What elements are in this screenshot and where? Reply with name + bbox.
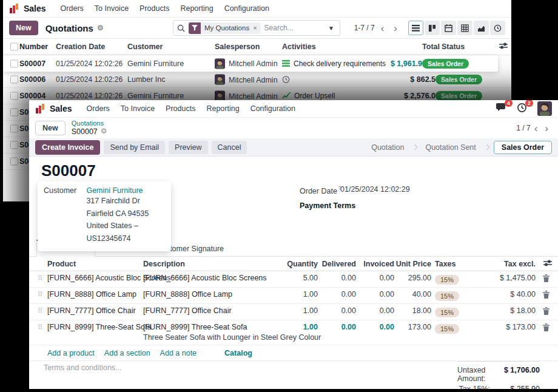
delete-line-icon[interactable] bbox=[543, 274, 550, 284]
line-description[interactable]: [FURN_8888] Office Lamp bbox=[143, 290, 232, 299]
activity-view-icon[interactable] bbox=[490, 21, 505, 35]
app-brand[interactable]: Sales bbox=[9, 4, 46, 14]
search-input[interactable]: My Quotations × Search... ▼ bbox=[173, 20, 340, 36]
line-delivered[interactable]: 0.00 bbox=[341, 274, 356, 282]
line-qty[interactable]: 1.00 bbox=[303, 306, 318, 315]
menu-configuration[interactable]: Configuration bbox=[224, 4, 269, 13]
order-line-row[interactable]: ⠿ [FURN_8999] Three-Seat Sofa [FURN_8999… bbox=[29, 320, 558, 345]
menu-to-invoice[interactable]: To Invoice bbox=[121, 104, 155, 113]
line-description[interactable]: [FURN_6666] Acoustic Bloc Screens bbox=[143, 274, 267, 282]
gear-icon[interactable]: ⚙ bbox=[101, 127, 107, 136]
terms-placeholder[interactable]: Terms and conditions... bbox=[44, 363, 122, 372]
col-total[interactable]: Total bbox=[422, 42, 440, 51]
line-product[interactable]: [FURN_8888] Office Lamp bbox=[47, 290, 136, 299]
col-product[interactable]: Product bbox=[47, 260, 76, 268]
drag-handle-icon[interactable]: ⠿ bbox=[38, 274, 42, 282]
menu-reporting[interactable]: Reporting bbox=[206, 104, 239, 113]
row-checkbox[interactable] bbox=[10, 158, 18, 166]
breadcrumb-parent[interactable]: Quotations bbox=[72, 120, 107, 127]
catalog-link[interactable]: Catalog bbox=[224, 349, 252, 357]
create-invoice-button[interactable]: Create Invoice bbox=[35, 140, 100, 155]
col-taxes[interactable]: Taxes bbox=[435, 260, 456, 268]
cancel-button[interactable]: Cancel bbox=[212, 141, 247, 154]
line-invoiced[interactable]: 0.00 bbox=[380, 274, 394, 282]
order-line-row[interactable]: ⠿ [FURN_8888] Office Lamp [FURN_8888] Of… bbox=[29, 288, 558, 304]
line-description-2[interactable]: Three Seater Sofa with Lounger in Steel … bbox=[143, 333, 321, 342]
graph-view-icon[interactable] bbox=[474, 21, 489, 35]
drag-handle-icon[interactable]: ⠿ bbox=[38, 307, 42, 315]
line-invoiced[interactable]: 0.00 bbox=[380, 306, 394, 315]
row-activity[interactable] bbox=[282, 76, 290, 84]
order-line-row[interactable]: ⠿ [FURN_7777] Office Chair [FURN_7777] O… bbox=[29, 304, 558, 320]
col-activities[interactable]: Activities bbox=[282, 42, 316, 51]
drag-handle-icon[interactable]: ⠿ bbox=[38, 323, 42, 331]
menu-orders[interactable]: Orders bbox=[87, 104, 110, 113]
menu-reporting[interactable]: Reporting bbox=[180, 4, 213, 13]
row-checkbox[interactable] bbox=[10, 59, 18, 67]
menu-orders[interactable]: Orders bbox=[61, 4, 84, 13]
search-dropdown-caret-icon[interactable]: ▼ bbox=[326, 25, 336, 32]
line-qty[interactable]: 1.00 bbox=[303, 323, 318, 331]
optional-columns-icon[interactable] bbox=[499, 42, 508, 52]
line-unit-price[interactable]: 173.00 bbox=[408, 323, 431, 331]
line-delivered[interactable]: 0.00 bbox=[341, 290, 356, 299]
pager-prev-icon[interactable]: ‹ bbox=[377, 23, 388, 33]
row-checkbox[interactable] bbox=[10, 92, 18, 100]
table-row[interactable]: S00007 01/25/2024 12:02:26 Gemini Furnit… bbox=[3, 55, 498, 72]
line-product[interactable]: [FURN_7777] Office Chair bbox=[47, 306, 136, 315]
col-invoiced[interactable]: Invoiced bbox=[363, 260, 394, 268]
col-number[interactable]: Number bbox=[19, 42, 48, 51]
new-button[interactable]: New bbox=[9, 21, 38, 35]
line-qty[interactable]: 5.00 bbox=[303, 274, 318, 282]
menu-to-invoice[interactable]: To Invoice bbox=[95, 4, 129, 13]
row-checkbox[interactable] bbox=[10, 76, 18, 84]
delete-line-icon[interactable] bbox=[543, 323, 550, 333]
line-unit-price[interactable]: 295.00 bbox=[408, 274, 431, 282]
add-note-link[interactable]: Add a note bbox=[160, 349, 197, 357]
pager-next-icon[interactable]: › bbox=[390, 23, 401, 33]
kanban-view-icon[interactable] bbox=[425, 21, 440, 35]
preview-button[interactable]: Preview bbox=[169, 141, 207, 154]
row-checkbox[interactable] bbox=[10, 109, 18, 117]
order-line-row[interactable]: ⠿ [FURN_6666] Acoustic Bloc Screens [FUR… bbox=[29, 271, 558, 288]
col-status[interactable]: Status bbox=[442, 42, 465, 51]
send-by-email-button[interactable]: Send by Email bbox=[104, 141, 165, 154]
menu-products[interactable]: Products bbox=[166, 104, 195, 113]
line-qty[interactable]: 1.00 bbox=[303, 290, 318, 299]
facet-close-icon[interactable]: × bbox=[253, 24, 260, 32]
row-activity[interactable]: Order Upsell bbox=[282, 92, 335, 100]
line-invoiced[interactable]: 0.00 bbox=[380, 323, 394, 331]
col-delivered[interactable]: Delivered bbox=[322, 260, 356, 268]
add-section-link[interactable]: Add a section bbox=[104, 349, 150, 357]
step-quotation[interactable]: Quotation bbox=[364, 141, 411, 154]
delete-line-icon[interactable] bbox=[543, 291, 550, 300]
app-name[interactable]: Sales bbox=[24, 4, 46, 13]
pager-next-icon[interactable]: › bbox=[541, 123, 552, 133]
table-row[interactable]: S00006 01/25/2024 12:02:26 Lumber Inc Mi… bbox=[3, 72, 511, 88]
step-sales-order[interactable]: Sales Order bbox=[494, 141, 552, 154]
menu-configuration[interactable]: Configuration bbox=[250, 104, 295, 113]
line-unit-price[interactable]: 40.00 bbox=[412, 290, 431, 299]
line-delivered[interactable]: 0.00 bbox=[341, 323, 356, 331]
menu-products[interactable]: Products bbox=[140, 4, 169, 13]
gear-icon[interactable]: ⚙ bbox=[97, 24, 104, 32]
pager-prev-icon[interactable]: ‹ bbox=[531, 123, 542, 133]
step-quotation-sent[interactable]: Quotation Sent bbox=[418, 141, 483, 154]
col-subtotal[interactable]: Tax excl. bbox=[504, 260, 536, 268]
col-description[interactable]: Description bbox=[143, 260, 185, 268]
line-delivered[interactable]: 0.00 bbox=[341, 306, 356, 315]
app-brand[interactable]: Sales bbox=[35, 104, 72, 114]
optional-columns-icon[interactable] bbox=[543, 259, 552, 268]
line-unit-price[interactable]: 18.00 bbox=[412, 306, 431, 315]
app-name[interactable]: Sales bbox=[50, 104, 72, 113]
line-description[interactable]: [FURN_7777] Office Chair bbox=[143, 306, 232, 315]
col-customer[interactable]: Customer bbox=[127, 42, 163, 51]
activities-icon[interactable]: 2 bbox=[517, 103, 529, 115]
customer-link[interactable]: Gemini Furniture bbox=[86, 186, 165, 195]
calendar-view-icon[interactable] bbox=[441, 21, 456, 35]
select-all-checkbox[interactable] bbox=[10, 43, 18, 51]
line-invoiced[interactable]: 0.00 bbox=[380, 290, 394, 299]
col-salesperson[interactable]: Salesperson bbox=[215, 42, 260, 51]
new-button[interactable]: New bbox=[35, 121, 66, 135]
user-avatar[interactable] bbox=[537, 101, 552, 116]
